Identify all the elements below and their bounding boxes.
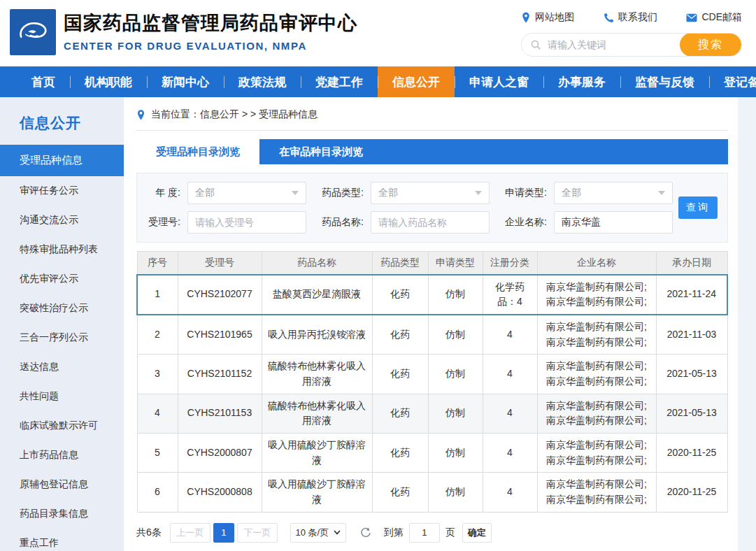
table-row[interactable]: 5CYHS2000807吸入用硫酸沙丁胺醇溶液化药仿制4南京华盖制药有限公司;南… <box>137 434 727 473</box>
table-cell: 南京华盖制药有限公司;南京华盖制药有限公司; <box>537 394 656 433</box>
table-cell: 2021-11-03 <box>656 315 727 355</box>
acceptance-no-label: 受理号: <box>137 216 187 229</box>
search-input[interactable] <box>546 38 680 51</box>
table-cell: 南京华盖制药有限公司;南京华盖制药有限公司; <box>537 434 656 473</box>
sidebar-item[interactable]: 三合一序列公示 <box>0 323 124 352</box>
apply-type-label: 申请类型: <box>490 187 554 199</box>
breadcrumb: 当前位置：信息公开 > > 受理品种信息 <box>136 108 728 131</box>
sidebar-item[interactable]: 受理品种信息 <box>0 145 124 176</box>
table-cell: 1 <box>137 275 178 315</box>
quicklink-label: 网站地图 <box>535 11 574 24</box>
table-cell: CYHS2101152 <box>178 355 262 394</box>
page-number-button[interactable]: 1 <box>213 523 234 543</box>
right-gutter <box>738 97 756 551</box>
sidebar-item[interactable]: 临床试验默示许可 <box>0 411 124 441</box>
table-cell: 2020-11-25 <box>656 434 727 473</box>
breadcrumb-pin-icon <box>136 109 145 121</box>
table-row[interactable]: 4CYHS2101153硫酸特布他林雾化吸入用溶液化药仿制4南京华盖制药有限公司… <box>137 394 727 433</box>
site-subtitle: CENTER FOR DRUG EVALUATION, NMPA <box>64 40 357 52</box>
nav-item[interactable]: 党建工作 <box>301 66 378 97</box>
table-cell: 4 <box>483 355 537 394</box>
sidebar-item[interactable]: 审评任务公示 <box>0 176 124 206</box>
table-cell: 仿制 <box>428 473 483 512</box>
nav-item[interactable]: 申请人之窗 <box>455 66 543 97</box>
column-header: 序号 <box>137 252 178 275</box>
table-cell: 硫酸特布他林雾化吸入用溶液 <box>262 394 372 433</box>
company-input[interactable] <box>554 211 673 234</box>
sidebar-item[interactable]: 特殊审批品种列表 <box>0 235 124 264</box>
nav-item[interactable]: 办事服务 <box>543 66 620 97</box>
table-cell: 吸入用硫酸沙丁胺醇溶液 <box>262 434 372 473</box>
sidebar-item[interactable]: 上市药品信息 <box>0 441 124 470</box>
goto-confirm-button[interactable]: 确定 <box>462 523 492 543</box>
table-cell: 盐酸莫西沙星滴眼液 <box>262 275 372 315</box>
sidebar-item[interactable]: 送达信息 <box>0 352 124 382</box>
table-cell: 4 <box>483 434 537 473</box>
nav-item[interactable]: 监督与反馈 <box>620 66 709 97</box>
drug-name-input[interactable] <box>371 211 490 234</box>
nav-item[interactable]: 首页 <box>17 66 70 97</box>
quicklink-phone[interactable]: 联系我们 <box>604 11 657 24</box>
drug-type-select[interactable]: 全部 <box>371 182 490 204</box>
table-cell: CYHS2000808 <box>178 473 262 512</box>
table-cell: 2021-05-13 <box>656 394 727 433</box>
table-header-row: 序号受理号药品名称药品类型申请类型注册分类企业名称承办日期 <box>137 252 727 275</box>
page-size-select[interactable]: 10 条/页 <box>290 523 346 543</box>
quicklink-map-pin[interactable]: 网站地图 <box>521 11 574 24</box>
table-cell: CYHS2000807 <box>178 434 262 473</box>
company-label: 企业名称: <box>490 216 554 229</box>
year-select[interactable]: 全部 <box>187 182 306 204</box>
sidebar-item[interactable]: 优先审评公示 <box>0 264 124 294</box>
page-body: 信息公开 受理品种信息审评任务公示沟通交流公示特殊审批品种列表优先审评公示突破性… <box>0 97 756 551</box>
table-cell: 5 <box>137 434 178 473</box>
apply-type-select[interactable]: 全部 <box>554 182 673 204</box>
table-cell: 4 <box>483 315 537 355</box>
column-header: 申请类型 <box>428 252 483 275</box>
sidebar-item[interactable]: 药品目录集信息 <box>0 499 124 529</box>
tab[interactable]: 在审品种目录浏览 <box>259 139 383 164</box>
search-icon <box>530 39 541 50</box>
drug-type-label: 药品类型: <box>306 187 371 199</box>
quicklink-mail[interactable]: CDE邮箱 <box>686 11 742 24</box>
nav-item[interactable]: 信息公开 <box>378 66 455 97</box>
nav-item[interactable]: 登记备案平台 <box>709 66 756 97</box>
table-row[interactable]: 1CYHS2102077盐酸莫西沙星滴眼液化药仿制化学药品：4南京华盖制药有限公… <box>137 275 727 315</box>
cde-logo[interactable] <box>10 9 56 55</box>
table-cell: 仿制 <box>428 434 483 473</box>
nav-item[interactable]: 政策法规 <box>224 66 301 97</box>
table-row[interactable]: 6CYHS2000808吸入用硫酸沙丁胺醇溶液化药仿制4南京华盖制药有限公司;南… <box>137 473 727 512</box>
tab[interactable]: 受理品种目录浏览 <box>136 139 259 164</box>
site-title: 国家药品监督管理局药品审评中心 <box>64 13 357 34</box>
table-cell: CYHS2102077 <box>178 275 262 315</box>
pagination: 共6条 上一页 1 下一页 10 条/页 到第 页 确定 <box>136 523 728 543</box>
total-count: 共6条 <box>136 527 162 539</box>
table-row[interactable]: 3CYHS2101152硫酸特布他林雾化吸入用溶液化药仿制4南京华盖制药有限公司… <box>137 355 727 394</box>
sidebar-item[interactable]: 共性问题 <box>0 382 124 411</box>
sidebar-item[interactable]: 重点工作 <box>0 529 124 551</box>
table-cell: 3 <box>137 355 178 394</box>
nav-item[interactable]: 新闻中心 <box>147 66 224 97</box>
sidebar-item[interactable]: 沟通交流公示 <box>0 206 124 235</box>
refresh-icon[interactable] <box>360 527 371 538</box>
table-cell: 仿制 <box>428 355 483 394</box>
next-page-button[interactable]: 下一页 <box>237 523 278 543</box>
search-button[interactable]: 搜索 <box>680 33 741 57</box>
nav-item[interactable]: 机构职能 <box>70 66 147 97</box>
query-button[interactable]: 查询 <box>678 196 718 219</box>
goto-page-input[interactable] <box>409 523 440 543</box>
table-cell: 南京华盖制药有限公司;南京华盖制药有限公司; <box>537 473 656 512</box>
sidebar-item[interactable]: 原辅包登记信息 <box>0 470 124 499</box>
column-header: 受理号 <box>178 252 262 275</box>
quick-links: 网站地图联系我们CDE邮箱 <box>521 11 742 24</box>
mail-icon <box>686 13 697 22</box>
sidebar-item[interactable]: 突破性治疗公示 <box>0 294 124 323</box>
quicklink-label: 联系我们 <box>618 11 657 24</box>
prev-page-button[interactable]: 上一页 <box>170 523 211 543</box>
table-cell: 4 <box>137 394 178 433</box>
table-cell: 化药 <box>372 473 428 512</box>
main-nav: 首页机构职能新闻中心政策法规党建工作信息公开申请人之窗办事服务监督与反馈登记备案… <box>0 66 756 97</box>
table-cell: 4 <box>483 473 537 512</box>
acceptance-no-input[interactable] <box>187 211 306 234</box>
table-cell: 化药 <box>372 394 428 433</box>
table-row[interactable]: 2CYHS2101965吸入用异丙托溴铵溶液化药仿制4南京华盖制药有限公司;南京… <box>137 315 727 355</box>
